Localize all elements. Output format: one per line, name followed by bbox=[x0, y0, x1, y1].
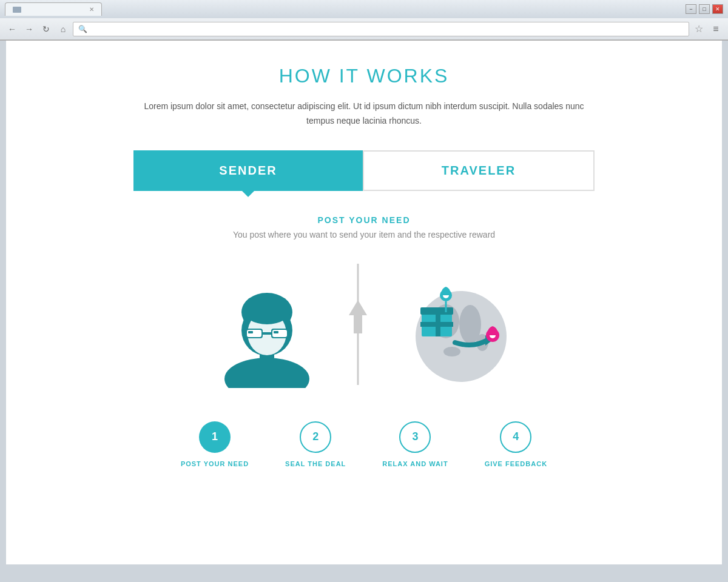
step-item-2: 2 SEAL THE DEAL bbox=[285, 421, 346, 467]
step-circle-3: 3 bbox=[399, 421, 431, 453]
page-content: HOW IT WORKS Lorem ipsum dolor sit amet,… bbox=[6, 41, 722, 564]
active-step-title: POST YOUR NEED bbox=[133, 215, 595, 225]
bookmark-button[interactable]: ☆ bbox=[692, 22, 706, 36]
person-svg bbox=[212, 261, 322, 388]
svg-point-0 bbox=[224, 358, 309, 388]
section-description: Lorem ipsum dolor sit amet, consectetur … bbox=[133, 99, 595, 129]
svg-point-19 bbox=[443, 347, 460, 356]
home-button[interactable]: ⌂ bbox=[56, 22, 70, 36]
illustration-area bbox=[133, 258, 595, 391]
step-circle-2: 2 bbox=[300, 421, 331, 453]
step-item-4: 4 GIVE FEEDBACK bbox=[485, 421, 547, 467]
step-label-4: GIVE FEEDBACK bbox=[485, 460, 547, 467]
minimize-button[interactable]: − bbox=[686, 4, 696, 14]
arrow-divider bbox=[340, 258, 376, 391]
svg-rect-12 bbox=[274, 331, 278, 333]
section-title: HOW IT WORKS bbox=[133, 65, 595, 87]
step-label-1: POST YOUR NEED bbox=[181, 460, 249, 467]
active-step-description: You post where you want to send your ite… bbox=[133, 230, 595, 239]
sender-tab[interactable]: SENDER bbox=[133, 150, 363, 191]
svg-point-5 bbox=[243, 294, 291, 324]
forward-button[interactable]: → bbox=[22, 22, 36, 36]
nav-bar: ← → ↻ ⌂ 🔍 ☆ ≡ bbox=[0, 18, 728, 40]
person-illustration bbox=[206, 261, 328, 388]
step-info: POST YOUR NEED You post where you want t… bbox=[133, 215, 595, 239]
step-label-3: RELAX AND WAIT bbox=[382, 460, 448, 467]
menu-button[interactable]: ≡ bbox=[709, 22, 723, 36]
window-controls: − □ ✕ bbox=[686, 4, 723, 14]
tab-close-button[interactable]: ✕ bbox=[89, 6, 94, 13]
role-tabs: SENDER TRAVELER bbox=[133, 150, 595, 191]
svg-rect-8 bbox=[263, 332, 271, 335]
search-icon: 🔍 bbox=[78, 25, 87, 33]
divider-svg bbox=[340, 264, 376, 385]
svg-rect-11 bbox=[248, 331, 253, 333]
close-button[interactable]: ✕ bbox=[712, 4, 723, 14]
refresh-button[interactable]: ↻ bbox=[39, 22, 53, 36]
svg-rect-23 bbox=[420, 322, 453, 327]
step-circle-4: 4 bbox=[500, 421, 531, 453]
browser-tab[interactable]: ✕ bbox=[5, 2, 102, 16]
step-item-1: 1 POST YOUR NEED bbox=[181, 421, 249, 467]
how-it-works-section: HOW IT WORKS Lorem ipsum dolor sit amet,… bbox=[121, 41, 607, 504]
traveler-tab[interactable]: TRAVELER bbox=[363, 150, 595, 191]
step-circle-1: 1 bbox=[199, 421, 231, 453]
step-label-2: SEAL THE DEAL bbox=[285, 460, 346, 467]
steps-bar: 1 POST YOUR NEED 2 SEAL THE DEAL 3 RELAX… bbox=[133, 421, 595, 480]
address-bar[interactable]: 🔍 bbox=[73, 22, 689, 36]
maximize-button[interactable]: □ bbox=[699, 4, 710, 14]
svg-marker-14 bbox=[349, 300, 367, 333]
globe-svg bbox=[394, 264, 516, 385]
step-item-3: 3 RELAX AND WAIT bbox=[382, 421, 448, 467]
browser-chrome: ✕ − □ ✕ ← → ↻ ⌂ 🔍 ☆ ≡ bbox=[0, 0, 728, 41]
back-button[interactable]: ← bbox=[5, 22, 19, 36]
globe-illustration bbox=[388, 264, 522, 385]
title-bar: ✕ − □ ✕ bbox=[0, 0, 728, 18]
tab-icon bbox=[13, 7, 21, 13]
